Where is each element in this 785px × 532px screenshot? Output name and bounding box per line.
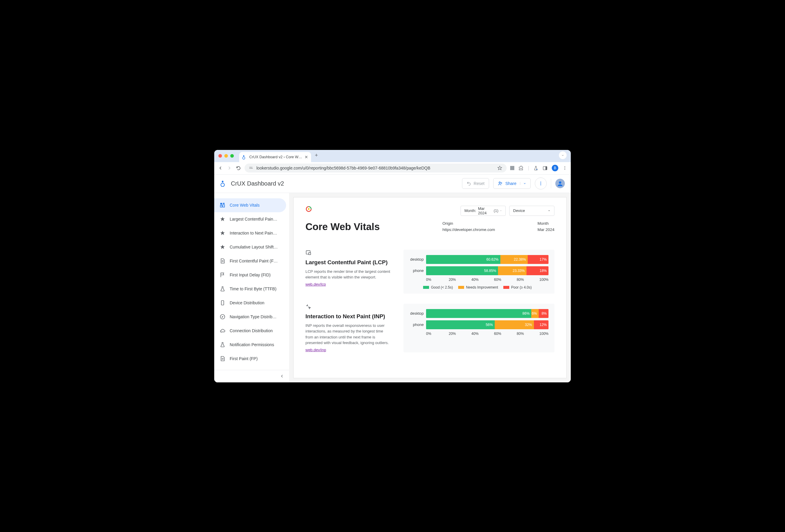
sidebar-item-2[interactable]: Interaction to Next Pain… [214,226,289,240]
sidebar-item-9[interactable]: Connection Distribution [214,324,289,338]
share-dropdown[interactable] [520,182,526,185]
profile-avatar[interactable]: B [552,165,558,171]
app-logo-icon [220,180,227,187]
sidebar-item-1[interactable]: Largest Contentful Pain… [214,212,289,226]
sidebar-item-label: Core Web Vitals [230,203,260,208]
doc-icon [220,356,226,362]
bar-track: 56%32%12% [426,320,549,329]
bar-segment: 23.33% [498,266,527,275]
bar-row: phone58.85%23.33%18% [406,266,549,275]
minimize-window-icon[interactable] [224,154,228,158]
svg-point-23 [308,208,310,210]
reload-button[interactable] [236,166,241,171]
tab-title: CrUX Dashboard v2 › Core W… [249,155,302,159]
bar-label: desktop [406,311,424,316]
undo-icon [466,181,471,186]
bar-segment: 8% [539,309,549,318]
svg-point-9 [564,169,565,169]
dashboard-icon [220,202,226,208]
star-icon[interactable] [497,165,502,171]
bar-segment: 86% [426,309,531,318]
site-settings-icon[interactable] [249,166,253,170]
sidebar-item-3[interactable]: Cumulative Layout Shift… [214,240,289,254]
sidebar-item-10[interactable]: Notification Permissions [214,338,289,352]
chevron-down-icon [561,154,564,157]
bar-segment: 60.62% [426,255,500,264]
sidebar-item-7[interactable]: Device Distribution [214,296,289,310]
side-panel-icon[interactable] [542,166,548,171]
window-controls [219,154,234,158]
device-icon [220,300,226,306]
flag-icon [220,272,226,278]
bar-segment: 56% [426,320,495,329]
close-window-icon[interactable] [219,154,222,158]
extension-icon[interactable] [510,166,514,170]
svg-point-11 [221,183,224,187]
sidebar-item-0[interactable]: Core Web Vitals [214,198,286,212]
bar-segment: 17% [528,255,549,264]
metric-link[interactable]: web.dev/lcp [305,282,326,287]
tab-overflow-button[interactable] [559,152,566,159]
star-icon [220,230,226,236]
sidebar-item-label: Notification Permissions [230,342,274,347]
flask-icon [220,286,226,292]
svg-rect-19 [221,206,222,207]
metric-lcp: Largest Contentful Paint (LCP) LCP repor… [305,250,554,294]
lcp-chart: desktop60.62%22.38%17%phone58.85%23.33%1… [404,250,554,294]
browser-tab[interactable]: CrUX Dashboard v2 › Core W… ✕ [239,152,311,162]
bar-track: 86%6%8% [426,309,549,318]
bar-label: phone [406,268,424,273]
svg-point-15 [540,184,541,185]
metric-desc: INP reports the overall responsiveness t… [305,323,391,346]
inp-icon [305,304,391,310]
bar-label: phone [406,322,424,327]
new-tab-button[interactable]: + [312,152,321,160]
svg-rect-20 [223,205,225,207]
bar-row: desktop60.62%22.38%17% [406,255,549,264]
more-options-button[interactable] [535,178,547,189]
kebab-menu-icon [538,181,543,186]
back-button[interactable] [218,165,223,171]
close-tab-icon[interactable]: ✕ [305,155,308,159]
url-input[interactable]: lookerstudio.google.com/u/0/reporting/bb… [245,164,507,172]
svg-rect-25 [309,252,311,255]
sidebar-item-4[interactable]: First Contentful Paint (F… [214,254,289,268]
svg-point-12 [499,182,500,184]
maximize-window-icon[interactable] [230,154,234,158]
doc-icon [220,258,226,264]
metric-link[interactable]: web.dev/inp [305,348,326,352]
collapse-sidebar-button[interactable] [214,370,289,382]
sidebar-item-11[interactable]: First Paint (FP) [214,352,289,366]
report-canvas: Month: Mar 2024 (1) Device Core Web [293,197,566,378]
legend-swatch-ni [458,286,464,289]
kebab-menu-icon[interactable] [562,166,567,170]
sidebar-item-label: Interaction to Next Pain… [230,231,277,235]
sidebar-item-5[interactable]: First Input Delay (FID) [214,268,289,282]
extensions-icon[interactable] [518,165,524,171]
separator [551,179,551,188]
legend-swatch-poor [503,286,509,289]
sidebar-item-8[interactable]: Navigation Type Distrib… [214,310,289,324]
svg-point-3 [251,168,252,169]
reset-button[interactable]: Reset [462,178,489,189]
share-button[interactable]: Share [493,178,531,189]
sidebar-item-6[interactable]: Time to First Byte (TTFB) [214,282,289,296]
caret-down-icon [500,209,502,212]
bar-segment: 18% [527,266,549,275]
chevron-left-icon [280,374,284,378]
inp-chart: desktop86%6%8%phone56%32%12% 0%20%40%60%… [404,304,554,352]
sidebar-item-label: Time to First Byte (TTFB) [230,287,276,291]
account-avatar[interactable] [555,179,565,188]
bar-segment: 58.85% [426,266,498,275]
forward-button[interactable] [227,165,232,171]
app-title: CrUX Dashboard v2 [231,180,284,187]
svg-point-14 [540,183,541,184]
bar-row: desktop86%6%8% [406,309,549,318]
svg-point-7 [564,166,565,167]
sidebar-item-label: First Paint (FP) [230,356,258,361]
labs-flask-icon[interactable] [533,166,538,171]
canvas-scroll[interactable]: Month: Mar 2024 (1) Device Core Web [289,193,571,382]
device-filter[interactable]: Device [509,206,554,216]
sidebar-item-label: Connection Distribution [230,328,273,333]
month-filter[interactable]: Month: Mar 2024 (1) [460,206,506,216]
